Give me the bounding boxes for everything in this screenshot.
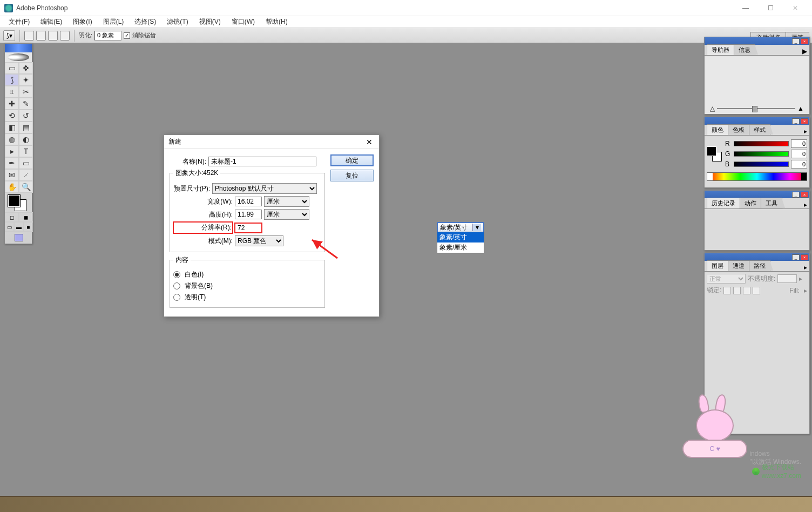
tab-tools[interactable]: 工具 — [761, 198, 782, 208]
panel-minimize-button[interactable]: _ — [792, 192, 800, 198]
menu-edit[interactable]: 编辑(E) — [35, 16, 67, 28]
dropdown-arrow-icon[interactable]: ▸ — [804, 287, 807, 294]
blend-mode-select[interactable]: 正常 — [707, 274, 746, 284]
panel-close-button[interactable]: × — [801, 38, 808, 44]
path-select-tool[interactable]: ▸ — [5, 145, 19, 157]
g-slider[interactable] — [734, 151, 789, 157]
eyedropper-tool[interactable]: ⟋ — [19, 169, 33, 181]
selection-new-button[interactable] — [24, 31, 34, 41]
selection-add-button[interactable] — [36, 31, 46, 41]
move-tool[interactable]: ✥ — [19, 62, 33, 74]
screen-mode-standard[interactable]: ▭ — [5, 222, 14, 232]
panel-menu-icon[interactable]: ▸ — [802, 201, 809, 208]
panel-menu-icon[interactable]: ▸ — [802, 264, 809, 271]
screen-mode-full-menu[interactable]: ▬ — [14, 222, 23, 232]
reset-button[interactable]: 复位 — [330, 170, 374, 181]
selection-subtract-button[interactable] — [48, 31, 58, 41]
height-input[interactable] — [235, 210, 262, 219]
preset-select[interactable]: Photoshop 默认尺寸 — [212, 183, 317, 194]
dropdown-arrow-icon[interactable]: ▸ — [799, 275, 802, 282]
brush-tool[interactable]: ✎ — [19, 98, 33, 110]
standard-mode-button[interactable]: ◻ — [5, 212, 19, 222]
tab-navigator[interactable]: 导航器 — [707, 44, 734, 55]
lasso-tool[interactable]: ⟆ — [5, 74, 19, 86]
crop-tool[interactable]: ⌗ — [5, 86, 19, 98]
name-input[interactable] — [208, 157, 316, 166]
eraser-tool[interactable]: ◧ — [5, 122, 19, 133]
ok-button[interactable]: 确定 — [330, 154, 374, 166]
tab-info[interactable]: 信息 — [734, 44, 755, 55]
width-input[interactable] — [235, 197, 262, 206]
resolution-unit-select[interactable]: 象素/英寸 ▾ — [437, 222, 484, 233]
marquee-tool[interactable]: ▭ — [5, 62, 19, 74]
g-input[interactable] — [791, 150, 807, 158]
hand-tool[interactable]: ✋ — [5, 181, 19, 193]
screen-mode-full[interactable]: ■ — [24, 222, 33, 232]
maximize-button[interactable]: ☐ — [758, 0, 783, 16]
menu-select[interactable]: 选择(S) — [129, 16, 161, 28]
panel-menu-icon[interactable]: ▶ — [800, 48, 809, 55]
tab-paths[interactable]: 路径 — [749, 260, 770, 271]
foreground-color[interactable] — [8, 195, 20, 207]
menu-view[interactable]: 视图(V) — [194, 16, 226, 28]
zoom-out-icon[interactable]: △ — [710, 105, 715, 112]
panel-close-button[interactable]: × — [801, 118, 808, 124]
r-slider[interactable] — [734, 141, 789, 146]
slice-tool[interactable]: ✂ — [19, 86, 33, 98]
tab-actions[interactable]: 动作 — [740, 198, 761, 208]
option-ppi[interactable]: 象素/英寸 — [437, 232, 484, 242]
shape-tool[interactable]: ▭ — [19, 157, 33, 169]
lock-position-button[interactable] — [743, 287, 750, 294]
b-input[interactable] — [791, 160, 807, 169]
zoom-tool[interactable]: 🔍 — [19, 181, 33, 193]
zoom-track[interactable] — [717, 108, 795, 109]
tab-styles[interactable]: 样式 — [749, 124, 770, 135]
width-unit-select[interactable]: 厘米 — [264, 196, 309, 207]
quickmask-mode-button[interactable]: ◼ — [19, 212, 33, 222]
notes-tool[interactable]: ✉ — [5, 169, 19, 181]
tab-swatches[interactable]: 色板 — [728, 124, 749, 135]
jump-to-imageready[interactable] — [15, 234, 23, 241]
r-input[interactable] — [791, 139, 807, 148]
tab-layers[interactable]: 图层 — [707, 260, 728, 271]
selection-intersect-button[interactable] — [60, 31, 70, 41]
menu-filter[interactable]: 滤镜(T) — [161, 16, 193, 28]
panel-close-button[interactable]: × — [801, 254, 808, 260]
antialias-checkbox[interactable]: ✓ — [124, 32, 130, 39]
color-spectrum[interactable] — [707, 172, 807, 181]
close-button[interactable]: ✕ — [783, 0, 808, 16]
menu-image[interactable]: 图象(I) — [67, 16, 97, 28]
heal-tool[interactable]: ✚ — [5, 98, 19, 110]
zoom-in-icon[interactable]: ▲ — [797, 105, 804, 112]
panel-menu-icon[interactable]: ▸ — [802, 127, 809, 135]
panel-minimize-button[interactable]: _ — [792, 118, 800, 124]
zoom-slider[interactable]: △ ▲ — [710, 105, 804, 112]
opacity-input[interactable] — [777, 274, 797, 283]
menu-window[interactable]: 窗口(W) — [226, 16, 260, 28]
feather-input[interactable] — [94, 31, 121, 41]
menu-help[interactable]: 帮助(H) — [260, 16, 293, 28]
panel-minimize-button[interactable]: _ — [792, 254, 800, 260]
radio-white[interactable] — [173, 271, 180, 278]
minimize-button[interactable]: — — [733, 0, 758, 16]
panel-minimize-button[interactable]: _ — [792, 38, 800, 44]
current-tool-icon[interactable]: ⟆▾ — [3, 30, 15, 41]
gradient-tool[interactable]: ▤ — [19, 122, 33, 133]
resolution-input[interactable] — [235, 223, 262, 233]
radio-transparent[interactable] — [173, 294, 180, 301]
option-ppcm[interactable]: 象素/厘米 — [437, 242, 484, 253]
stamp-tool[interactable]: ⟲ — [5, 110, 19, 122]
color-swatch[interactable] — [5, 193, 33, 212]
lock-all-button[interactable] — [753, 287, 760, 294]
pen-tool[interactable]: ✒ — [5, 157, 19, 169]
b-slider[interactable] — [734, 161, 789, 167]
palette-handle[interactable] — [5, 44, 32, 52]
menu-layer[interactable]: 图层(L) — [98, 16, 130, 28]
height-unit-select[interactable]: 厘米 — [264, 209, 309, 220]
mode-select[interactable]: RGB 颜色 — [235, 235, 283, 246]
dialog-close-button[interactable]: ✕ — [364, 137, 375, 147]
tab-color[interactable]: 颜色 — [707, 124, 728, 135]
tab-history[interactable]: 历史记录 — [707, 198, 740, 208]
menu-file[interactable]: 文件(F) — [3, 16, 35, 28]
tab-channels[interactable]: 通道 — [728, 260, 749, 271]
